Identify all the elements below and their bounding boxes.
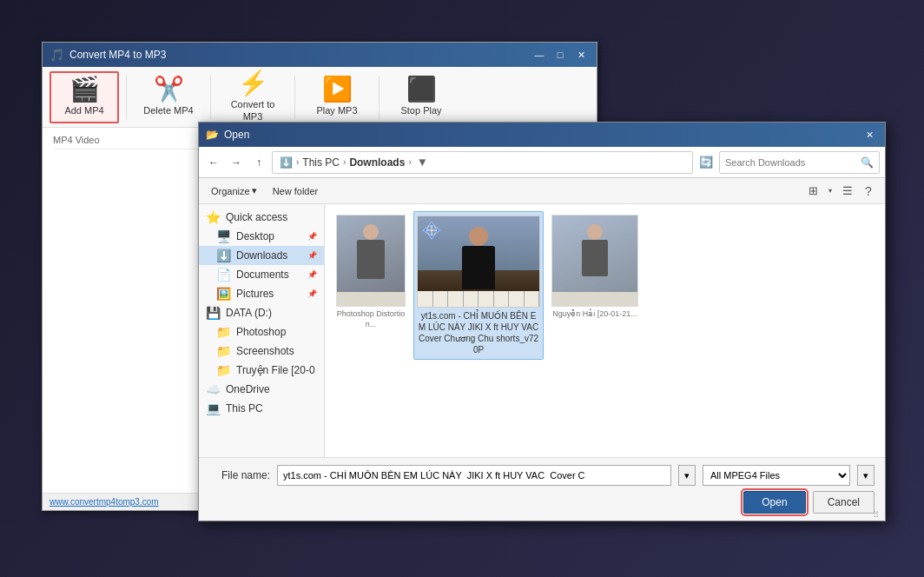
file-item-main-video[interactable]: yt1s.com - CHỈ MUỐN BÊN EM LÚC NÀY JIKI … (413, 211, 544, 360)
photoshop-folder-icon: 📁 (216, 325, 231, 339)
dialog-actions: Open Cancel (209, 491, 874, 514)
sidebar-item-screenshots[interactable]: 📁 Screenshots (199, 342, 324, 361)
cancel-button[interactable]: Cancel (813, 491, 874, 514)
path-this-pc[interactable]: This PC (302, 156, 340, 169)
partial-left-label: Photoshop Distortion... (335, 309, 406, 329)
footer-link[interactable]: www.convertmp4tomp3.com (50, 497, 159, 507)
nav-forward-button[interactable]: → (227, 153, 246, 172)
this-pc-icon: 💻 (206, 401, 221, 415)
sidebar-item-onedrive[interactable]: ☁️ OneDrive (199, 380, 324, 399)
video-file-label: yt1s.com - CHỈ MUỐN BÊN EM LÚC NÀY JIKI … (418, 310, 539, 355)
sidebar-item-this-pc[interactable]: 💻 This PC (199, 399, 324, 418)
nav-up-button[interactable]: ↑ (249, 153, 268, 172)
address-refresh-button[interactable]: 🔄 (696, 153, 716, 172)
dialog-close-button[interactable]: ✕ (861, 127, 878, 143)
view-dropdown-button[interactable]: ▾ (824, 182, 836, 201)
help-button[interactable]: ? (859, 182, 878, 201)
sidebar-downloads-label: Downloads (236, 249, 302, 262)
stop-play-button[interactable]: ⬛ Stop Play (386, 71, 456, 123)
play-mp3-button[interactable]: ▶️ Play MP3 (302, 71, 372, 123)
sidebar-item-pictures[interactable]: 🖼️ Pictures 📌 (199, 284, 324, 303)
search-box: 🔍 (719, 151, 880, 174)
sidebar-item-downloads[interactable]: ⬇️ Downloads 📌 (199, 246, 324, 265)
file-item-partial-right[interactable]: Nguyễn Hải [20-01-21... (547, 211, 643, 360)
sidebar-item-data-d[interactable]: 💾 DATA (D:) (199, 303, 324, 322)
app-titlebar: 🎵 Convert MP4 to MP3 — □ ✕ (43, 43, 597, 67)
sidebar-desktop-label: Desktop (236, 230, 302, 242)
app-icon: 🎵 (50, 48, 64, 62)
downloads-pin-icon: 📌 (307, 251, 317, 260)
sidebar-item-documents[interactable]: 📄 Documents 📌 (199, 265, 324, 284)
add-mp4-button[interactable]: 🎬 Add MP4 (50, 71, 119, 123)
path-dropdown-button[interactable]: ▼ (415, 156, 430, 169)
data-d-icon: 💾 (206, 306, 221, 320)
dialog-title-icon: 📂 (206, 129, 219, 141)
window-controls: — □ ✕ (531, 47, 590, 63)
toolbar-sep-2 (210, 76, 211, 119)
file-item-partial-left[interactable]: Photoshop Distortion... (332, 211, 410, 360)
sidebar-data-d-label: DATA (D:) (226, 307, 317, 319)
documents-pin-icon: 📌 (307, 270, 317, 279)
dialog-toolbar: Organize ▾ New folder ⊞ ▾ ☰ ? (199, 178, 885, 204)
sidebar-truyen-file-label: Truyện File [20-0 (236, 364, 317, 376)
dialog-bottom: File name: ▾ All MPEG4 Files All Files ▾… (199, 457, 885, 521)
delete-mp4-icon: ✂️ (154, 77, 184, 102)
organize-button[interactable]: Organize ▾ (206, 183, 262, 198)
dialog-title: Open (224, 129, 861, 141)
blue-arrows-icon (421, 220, 442, 243)
add-mp4-icon: 🎬 (69, 77, 100, 102)
open-button[interactable]: Open (743, 491, 805, 514)
filename-dropdown-button[interactable]: ▾ (678, 465, 696, 486)
pictures-icon: 🖼️ (216, 287, 231, 301)
quick-access-icon: ⭐ (206, 210, 221, 224)
maximize-button[interactable]: □ (551, 47, 569, 63)
screenshots-icon: 📁 (216, 344, 231, 358)
minimize-button[interactable]: — (531, 47, 548, 63)
file-grid: Photoshop Distortion... (328, 208, 881, 363)
path-downloads[interactable]: Downloads (349, 156, 405, 169)
downloads-folder-icon: ⬇️ (216, 249, 231, 262)
view-buttons: ⊞ ▾ ☰ ? (803, 182, 878, 201)
filename-label: File name: (209, 469, 270, 481)
person-body (462, 246, 495, 289)
play-icon: ▶️ (322, 77, 353, 102)
sidebar-photoshop-label: Photoshop (236, 326, 317, 338)
search-input[interactable] (725, 157, 861, 168)
app-title: Convert MP4 to MP3 (69, 49, 531, 61)
add-mp4-label: Add MP4 (64, 105, 103, 116)
sidebar-item-photoshop[interactable]: 📁 Photoshop (199, 322, 324, 342)
stop-icon: ⬛ (406, 77, 437, 102)
convert-to-mp3-button[interactable]: ⚡ Convert to MP3 (218, 71, 287, 123)
details-view-button[interactable]: ☰ (838, 182, 857, 201)
resize-grip[interactable]: ⠿ (873, 508, 885, 521)
dialog-window-controls: ✕ (861, 127, 878, 143)
piano-keys (418, 291, 539, 307)
sidebar-documents-label: Documents (236, 269, 302, 281)
address-path: ⬇️ › This PC › Downloads › ▼ (272, 151, 693, 174)
toolbar-sep-3 (294, 76, 295, 119)
delete-mp4-button[interactable]: ✂️ Delete MP4 (134, 71, 203, 123)
filetype-select[interactable]: All MPEG4 Files All Files (703, 465, 850, 486)
address-bar: ← → ↑ ⬇️ › This PC › Downloads › ▼ 🔄 🔍 (199, 147, 885, 178)
filetype-dropdown-button[interactable]: ▾ (857, 465, 874, 486)
truyen-file-icon: 📁 (216, 363, 231, 377)
resize-grip-icon: ⠿ (873, 510, 879, 520)
pictures-pin-icon: 📌 (307, 289, 317, 298)
sidebar-item-quick-access[interactable]: ⭐ Quick access (199, 208, 324, 227)
path-arrow-2: › (343, 157, 346, 167)
sidebar-item-desktop[interactable]: 🖥️ Desktop 📌 (199, 227, 324, 246)
close-button[interactable]: ✕ (572, 47, 590, 63)
desktop-icon: 🖥️ (216, 229, 231, 243)
thumbnail-view-button[interactable]: ⊞ (803, 182, 822, 201)
file-area: Photoshop Distortion... (325, 204, 885, 457)
filename-row: File name: ▾ All MPEG4 Files All Files ▾ (209, 465, 874, 486)
nav-back-button[interactable]: ← (204, 153, 223, 172)
new-folder-button[interactable]: New folder (266, 184, 326, 198)
sidebar-screenshots-label: Screenshots (236, 345, 317, 357)
sidebar-onedrive-label: OneDrive (226, 383, 317, 395)
convert-icon: ⚡ (238, 71, 268, 96)
dialog-titlebar: 📂 Open ✕ (199, 123, 885, 147)
filename-input[interactable] (277, 465, 671, 486)
sidebar-item-truyen-file[interactable]: 📁 Truyện File [20-0 (199, 361, 324, 380)
organize-chevron-icon: ▾ (252, 185, 257, 196)
